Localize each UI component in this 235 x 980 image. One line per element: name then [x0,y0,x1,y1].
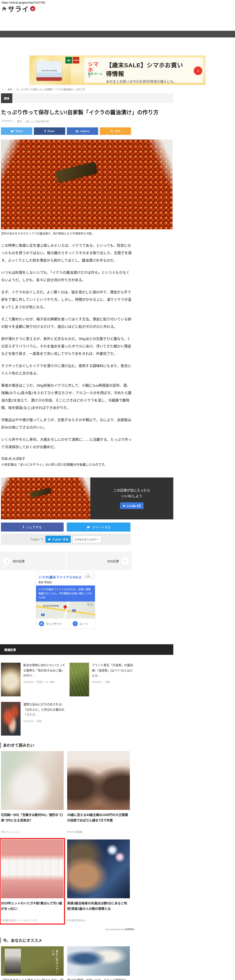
related-article-date: 2016/11/2 [92,681,102,684]
related-article-date: 2016/11/3 [23,681,34,684]
map-ad-description: シマホの歳末ファイナルSALEは、お買い得情報盛りだくさん。今年最後のお買い物も… [36,585,95,601]
related-article-title: ブランド黒豆「丹波黒」の最高峰!「波部黒」(はべぐろ)とはどんな… [92,663,134,678]
facebook-share-button[interactable]: f Share [34,127,65,135]
twitter-icon [87,525,90,529]
twitter-follow-button[interactable]: フォローする [45,536,71,543]
website-button[interactable]: ウェブサイト [36,619,65,629]
ad-subline: 水のまとめ買いは今がお得!非常用の備えにも。シマホなら、更にT-POINT5倍キ… [106,79,189,85]
chevron-left-icon: 〈 [3,557,10,565]
sponsored-article-card[interactable]: 2019年ヒットのハミガキ粉!黄ばんで汚い歯がまっ白に! PR(株式会社ソーシャ… [1,840,64,923]
osusume-section-header: 今、あなたにオススメ [0,937,235,943]
related-article-thumbnail [1,663,21,697]
related-article-card[interactable]: 濃厚な旨みに打ちのめされる!「幻のエビ」と呼ばれる羅臼の「ブドウ… 2016/1… [1,702,66,736]
share-row-bottom: f シェアする ツイートする [1,523,235,531]
route-badge: 34 [41,614,44,616]
follower-count: 5,576人のフォロワー [73,536,101,543]
globe-icon [40,622,43,625]
related-article-categories: 美味 [35,720,42,723]
article-paragraph: 卵が潰れそうに思えるが、意外と丈夫なものだ。300gほどの生筋子ひと腹なら、5分… [1,335,132,358]
article-paragraph: 筆者の場合はこうだ。300g前後のイクラに対して、小鍋に3cm角程度の昆布、酒、… [1,382,132,412]
article-paragraph: いくら丼やちらし寿司、大根おろしにのせて酒肴に……と活躍する。たっぷり作って冷凍… [1,436,132,451]
map-image[interactable]: 埼玉県草加警察署 草加 34 34 [36,601,95,618]
recommended-article-image [67,946,130,976]
article-paragraph: まず、イクラのほぐし方だ。よく聞くのは、塩を溶かした湯の中で、薄皮から手で卵を丁… [1,288,132,311]
camel-icon [1,5,7,12]
article-meta: 2016/11/4 美味 食いしん坊の味手帖 [2,119,235,123]
sponsored-article-card[interactable]: 石田純一(65)「舌磨きは絶対NG」強烈な“口臭”が0になる消臭法? PR(ブレ… [1,751,64,835]
facebook-like-button[interactable]: いいね! 4万 [120,502,143,509]
article-category[interactable]: 美味 [15,119,22,123]
like-row: この記事が気に入ったらいいね!しよう いいね! 4万 [1,477,173,519]
article-thumb-image-ikura [1,477,90,519]
home-icon[interactable]: ⌂ [2,88,3,91]
recommended-article-card[interactable]: 漱石と明治人のことば 「詩は本当のことを嘘のように作るものだ」(萩原朔太郎)【漱… [1,946,64,980]
site-logo[interactable]: サライ jp [0,4,235,13]
prev-article-link[interactable]: 〈 前の記事 [0,552,65,570]
pr-credit: PR(ブレッシュ) [1,830,64,834]
sponsored-article-image [1,751,64,810]
tweet-button[interactable]: Tweet [1,127,32,135]
sponsored-article-card[interactable]: 英検1級合格者の共通点は朝5分にあると判明!英検1級の人の朝の習慣とは PR(株… [67,840,130,923]
sponsored-article-image [67,751,130,810]
homes-logo: HOME'S [73,57,79,64]
yomitai-section-header: あわせて読みたい [0,742,235,748]
hatena-icon: B! [76,130,79,133]
related-article-categories: 料理レシピ, 美味 [35,681,55,684]
hatena-button[interactable]: B! Hatena [67,127,98,135]
share-button-row: Tweet f Share B! Hatena RSS [1,127,235,135]
facebook-icon: f [44,129,46,133]
pr-credit: PR(株式会社it's) [67,918,130,922]
yomitai-grid: 石田純一(65)「舌磨きは絶対NG」強烈な“口臭”が0になる消臭法? PR(ブレ… [1,751,134,923]
twitter-icon [11,130,14,133]
uzou-logo[interactable]: UZOU [125,928,134,931]
article-paragraph: この時季に魚屋に足を運ぶ楽しみといえば、イクラである。といっても、粒状になったも… [1,242,132,264]
sponsored-article-title: 2019年ヒットのハミガキ粉!黄ばんで汚い歯がまっ白に! [1,900,64,915]
osusume-card-row-1: 漱石と明治人のことば 「詩は本当のことを嘘のように作るものだ」(萩原朔太郎)【漱… [1,946,134,980]
category-tag[interactable]: 美味 [1,93,12,103]
sponsored-article-card[interactable]: 25歳に見える44歳主婦は1200円の大正製薬の技術でおばさん顔を7日で卒業 P… [67,751,130,835]
pr-credit: PR(大正製薬) [67,830,130,834]
next-article-link[interactable]: 次の記事 〉 [67,552,132,570]
sponsored-article-title: 石田純一(65)「舌磨きは絶対NG」強烈な“口臭”が0になる消臭法? [1,812,64,827]
article-date: 2016/11/4 [2,119,13,123]
like-text-line2: いいね!しよう [121,494,142,498]
pr-credit: PR(株式会社ソーシャルテック) [1,918,64,922]
map-ad-card[interactable]: シマホ/歳末ファイナルSALE 島忠 草加店 広告 ⌄ シマホの歳末ファイナルS… [36,572,95,629]
rss-icon [110,130,113,133]
image-overlay-text: 漱石と明治人のことば [51,950,59,976]
article-credit: 写真・文/大沼聡子 [1,456,235,462]
ad-copy: シマホ島忠・ホームズ 【歳末SALE】シマホお買い得情報 水のまとめ買いは今がお… [84,57,203,83]
share-tweet-button[interactable]: ツイートする [67,523,130,531]
article-series[interactable]: 食いしん坊の味手帖 [24,119,49,123]
ad-arrow-button[interactable]: › [194,67,202,75]
recommended-article-title: 「詩は本当のことを嘘のように作るものだ」(萩原朔太郎)【漱石と明治人のことば24… [1,978,64,980]
follow-prefix: Twitter で [30,537,43,541]
breadcrumb-separator: > [5,88,6,91]
related-article-date: 2016/11/1 [23,720,34,723]
related-article-card[interactable]: ブランド黒豆「丹波黒」の最高峰!「波部黒」(はべぐろ)とはどんな… 2016/1… [70,663,134,697]
prev-next-nav: 〈 前の記事 次の記事 〉 [0,552,235,570]
recommended-article-image: 漱石と明治人のことば [1,946,64,976]
rss-button[interactable]: RSS [100,127,131,135]
recommended-article-title: 第19回:喉越しが良いとは、どういう感覚か? [67,978,130,980]
related-articles-header: 関連記事 [0,644,173,655]
global-nav [0,31,235,37]
breadcrumb-category[interactable]: 美味 [8,88,12,91]
shimachu-logo: 島忠 [65,57,72,64]
map-ad-store: 島忠 草加店 [38,580,93,584]
share-facebook-button[interactable]: f シェアする [1,523,64,531]
map-police-label: 埼玉県草加警察署 [43,604,59,607]
route-badge: 34 [72,609,76,612]
related-article-title: 新米の季節に味わいたい!とっても簡単な「茸の炊き込みご飯」の作り… [23,663,66,678]
related-articles-grid: 新米の季節に味わいたい!とっても簡単な「茸の炊き込みご飯」の作り… 2016/1… [1,663,173,736]
recommended-article-card[interactable]: 第19回:喉越しが良いとは、どういう感覚か? [67,946,130,980]
related-article-card[interactable]: 新米の季節に味わいたい!とっても簡単な「茸の炊き込みご飯」の作り… 2016/1… [1,663,66,697]
related-article-title: 濃厚な旨みに打ちのめされる!「幻のエビ」と呼ばれる羅臼の「ブドウ… [23,702,66,718]
top-ad-banner[interactable]: CRYSTAL GEYSER 島忠 HOME'S シマホ島忠・ホームズ 【歳末S… [29,56,206,85]
article-paragraph: 市販品はやや値が張ってしまうが、生筋子ならその半額以下。なにより、自家製は好みの… [1,416,132,431]
related-article-thumbnail [70,663,89,697]
breadcrumb-separator: > [14,88,15,91]
category-tag-bar: 美味 [1,93,173,103]
ad-label-chip[interactable]: 広告 ⌄ [84,574,94,578]
route-button[interactable]: ルート [65,619,95,629]
